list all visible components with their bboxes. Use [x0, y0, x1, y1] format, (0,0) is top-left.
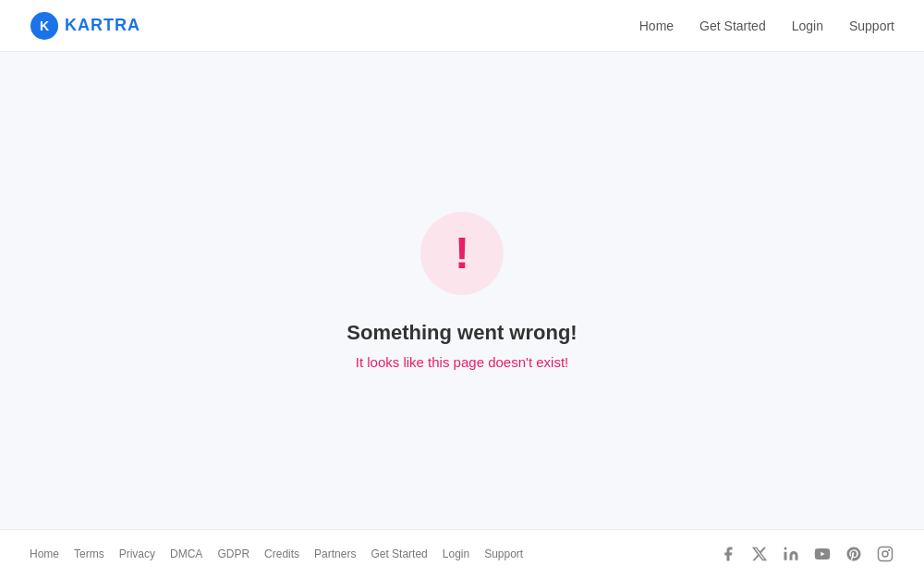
error-subtitle: It looks like this page doesn't exist! [356, 354, 569, 370]
nav-get-started[interactable]: Get Started [699, 18, 766, 33]
nav-support[interactable]: Support [849, 18, 894, 33]
site-footer: Home Terms Privacy DMCA GDPR Credits Par… [0, 529, 924, 578]
footer-link-support[interactable]: Support [484, 547, 523, 560]
footer-link-dmca[interactable]: DMCA [170, 547, 202, 560]
facebook-icon[interactable] [719, 545, 737, 563]
exclamation-icon: ! [455, 231, 469, 276]
svg-point-2 [784, 547, 787, 550]
main-content: ! Something went wrong! It looks like th… [0, 52, 924, 529]
footer-link-credits[interactable]: Credits [264, 547, 299, 560]
nav-login[interactable]: Login [792, 18, 823, 33]
svg-point-5 [882, 551, 888, 557]
svg-point-6 [888, 549, 890, 551]
footer-link-get-started[interactable]: Get Started [371, 547, 427, 560]
linkedin-icon[interactable] [782, 545, 800, 563]
kartra-logo-icon: K [30, 11, 59, 41]
footer-link-home[interactable]: Home [30, 547, 59, 560]
main-nav: Home Get Started Login Support [639, 18, 894, 33]
footer-link-privacy[interactable]: Privacy [119, 547, 155, 560]
error-title: Something went wrong! [346, 321, 577, 345]
x-twitter-icon[interactable] [750, 545, 769, 563]
logo-text: KARTRA [65, 16, 140, 35]
logo[interactable]: K KARTRA [30, 11, 140, 41]
footer-link-partners[interactable]: Partners [314, 547, 356, 560]
social-icons [719, 545, 894, 563]
footer-link-gdpr[interactable]: GDPR [217, 547, 249, 560]
error-icon-circle: ! [420, 212, 504, 295]
youtube-icon[interactable] [813, 545, 832, 563]
footer-links: Home Terms Privacy DMCA GDPR Credits Par… [30, 547, 523, 560]
pinterest-icon[interactable] [845, 545, 863, 563]
svg-rect-4 [879, 547, 893, 561]
footer-link-terms[interactable]: Terms [74, 547, 104, 560]
instagram-icon[interactable] [876, 545, 894, 563]
site-header: K KARTRA Home Get Started Login Support [0, 0, 924, 52]
nav-home[interactable]: Home [639, 18, 674, 33]
svg-text:K: K [40, 18, 49, 33]
footer-link-login[interactable]: Login [443, 547, 469, 560]
